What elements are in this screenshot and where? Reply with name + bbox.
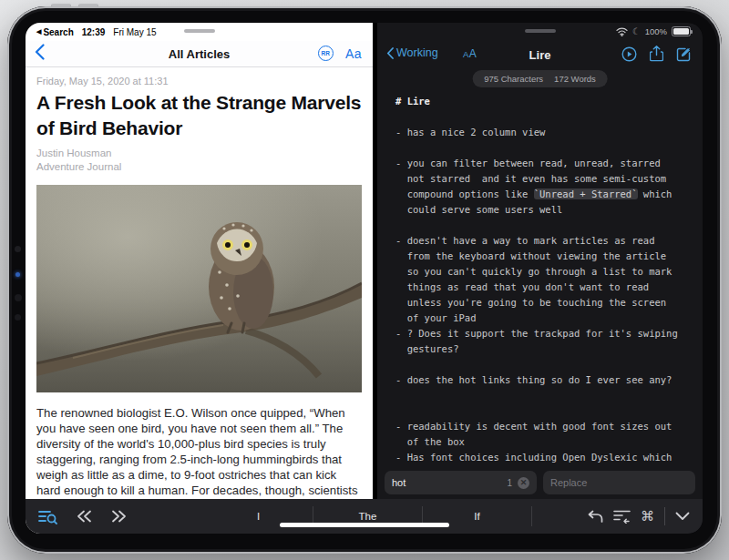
reader-view-badge-button[interactable]: RR <box>318 46 334 61</box>
editor-line <box>395 218 703 233</box>
text-size-button[interactable]: Aa <box>345 46 362 61</box>
editor-line: # Lire <box>395 94 703 109</box>
editor-line: of the box <box>395 434 703 450</box>
editor-line: gestures? <box>395 341 703 357</box>
home-indicator[interactable] <box>280 523 449 527</box>
editor-line: - you can filter between read, unread, s… <box>395 156 703 171</box>
sensor-led-dot <box>15 272 20 277</box>
status-time: 12:39 <box>82 27 106 37</box>
replace-options-button[interactable] <box>613 509 631 524</box>
inline-code: `Unread + Starred` <box>534 188 638 199</box>
next-match-button[interactable] <box>111 510 127 523</box>
back-to-app-chip[interactable]: ◀Search <box>36 27 74 37</box>
keyboard-accessory-toolbar: ITheIf ⌘ <box>26 499 703 534</box>
document-stats-pill: 975 Characters 172 Words <box>472 70 608 87</box>
suggestion-bar: ITheIf <box>204 499 532 534</box>
editor-line: - readability is decent with good font s… <box>395 419 703 434</box>
character-count: 975 Characters <box>484 74 543 84</box>
editor-content[interactable]: # Lire- has a nice 2 column view- you ca… <box>377 94 703 465</box>
article-scroll-area[interactable]: Friday, May 15, 2020 at 11:31 A Fresh Lo… <box>36 76 362 534</box>
find-replace-bar: hot 1 ✕ Replace <box>377 471 703 494</box>
editor-line: could serve some users well <box>395 202 703 218</box>
preview-play-button[interactable] <box>621 46 637 62</box>
screen: ◀Search 12:39 Fri May 15 All Articles RR… <box>26 23 703 534</box>
status-bar-left: ◀Search 12:39 Fri May 15 <box>36 27 157 37</box>
editor-line <box>395 403 703 419</box>
do-not-disturb-moon-icon: ☾ <box>632 26 641 36</box>
bezel-dot <box>15 294 22 301</box>
article-author: Justin Housman <box>36 147 362 160</box>
split-view-handle-right[interactable] <box>525 29 556 33</box>
battery-percent: 100% <box>645 26 667 36</box>
editor-nav-bar: Working AA Lire <box>377 41 703 66</box>
editor-line: compound options like `Unread + Starred`… <box>395 187 703 202</box>
bezel-dot <box>15 314 21 321</box>
battery-icon <box>672 26 691 36</box>
editor-line: from the keyboard without viewing the ar… <box>395 249 703 264</box>
reader-app-pane: ◀Search 12:39 Fri May 15 All Articles RR… <box>26 23 373 534</box>
word-count: 172 Words <box>554 74 596 84</box>
editor-line: - does the hot links thing so do I ever … <box>395 372 703 388</box>
editor-line: - doesn't have a way to mark articles as… <box>395 233 703 249</box>
share-button[interactable] <box>650 46 663 62</box>
replace-placeholder: Replace <box>550 477 587 488</box>
article-photo-owl <box>36 185 362 392</box>
editor-line: - ? Does it support the trackpad for it'… <box>395 326 703 341</box>
find-query: hot <box>392 477 507 488</box>
keyboard-shortcuts-button[interactable]: ⌘ <box>641 508 654 524</box>
editor-line: unless you're going to be touching the s… <box>395 295 703 311</box>
status-date: Fri May 15 <box>113 27 156 37</box>
editor-line: not starred and it even has some semi-cu… <box>395 171 703 187</box>
editor-line <box>395 109 703 125</box>
editor-line <box>395 357 703 372</box>
find-input[interactable]: hot 1 ✕ <box>385 471 537 494</box>
wifi-icon <box>616 27 628 36</box>
article-timestamp: Friday, May 15, 2020 at 11:31 <box>36 76 362 87</box>
reader-nav-bar: All Articles RR Aa <box>26 41 373 67</box>
editor-line: of your iPad <box>395 311 703 326</box>
match-count: 1 <box>507 478 512 488</box>
undo-button[interactable] <box>588 510 603 524</box>
split-view-handle-left[interactable] <box>184 29 215 33</box>
article-title: A Fresh Look at the Strange Marvels of B… <box>36 90 362 141</box>
replace-input[interactable]: Replace <box>543 471 695 494</box>
compose-button[interactable] <box>676 46 692 62</box>
toolbar-separator <box>664 507 665 525</box>
editor-line <box>395 140 703 156</box>
front-camera-dot <box>15 246 21 252</box>
find-in-document-button[interactable] <box>38 509 57 524</box>
previous-match-button[interactable] <box>77 510 92 523</box>
editor-line <box>395 388 703 403</box>
editor-line: - has a nice 2 column view <box>395 125 703 140</box>
editor-app-pane: ☾ 100% Working AA Lire <box>377 23 703 534</box>
status-bar-right: ☾ 100% <box>616 26 691 36</box>
editor-line: things as read that you don't want to re… <box>395 280 703 295</box>
editor-line: so you can't quickly go through a list t… <box>395 264 703 280</box>
clear-search-button[interactable]: ✕ <box>518 477 529 489</box>
ipad-device-frame: ◀Search 12:39 Fri May 15 All Articles RR… <box>7 6 722 554</box>
back-triangle-icon: ◀ <box>36 28 41 36</box>
dismiss-keyboard-button[interactable] <box>675 512 690 521</box>
article-source: Adventure Journal <box>36 160 362 174</box>
editor-line: - Has font choices including Open Dyslex… <box>395 450 703 465</box>
